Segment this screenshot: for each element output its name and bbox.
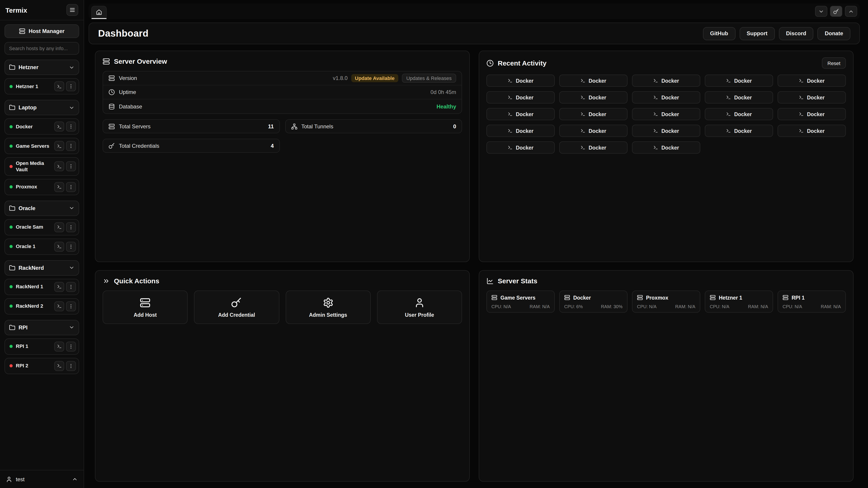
host-row[interactable]: Proxmox — [4, 179, 79, 195]
host-actions — [54, 122, 76, 131]
folder-icon — [9, 265, 16, 271]
recent-activity-item[interactable]: Docker — [778, 125, 846, 137]
stat-server-name: Game Servers — [500, 295, 535, 300]
host-terminal-button[interactable] — [54, 182, 64, 192]
host-row[interactable]: Hetzner 1 — [4, 78, 79, 94]
folder-collapse-button[interactable] — [66, 203, 76, 213]
recent-activity-item[interactable]: Docker — [632, 141, 700, 154]
folder-collapse-button[interactable] — [66, 62, 76, 72]
add-credential-label: Add Credential — [218, 312, 255, 318]
host-actions — [54, 241, 76, 252]
host-terminal-button[interactable] — [54, 301, 64, 311]
recent-activity-item[interactable]: Docker — [778, 108, 846, 120]
host-row[interactable]: RPI 1 — [4, 338, 79, 355]
donate-button[interactable]: Donate — [817, 27, 850, 40]
recent-activity-item[interactable]: Docker — [487, 108, 555, 120]
host-terminal-button[interactable] — [54, 122, 64, 131]
host-row[interactable]: Docker — [4, 119, 79, 135]
recent-activity-item[interactable]: Docker — [778, 91, 846, 103]
host-menu-button[interactable] — [66, 241, 76, 252]
recent-activity-item[interactable]: Docker — [559, 125, 627, 137]
tab-home[interactable] — [91, 6, 107, 19]
recent-activity-item[interactable]: Docker — [559, 74, 627, 87]
sidebar-menu-button[interactable] — [66, 4, 78, 16]
host-terminal-button[interactable] — [54, 282, 64, 292]
terminal-icon — [57, 344, 62, 349]
recent-activity-item[interactable]: Docker — [705, 125, 773, 137]
version-value-group: v1.8.0 Update Available Updates & Releas… — [333, 74, 456, 83]
host-actions — [54, 141, 76, 151]
host-menu-button[interactable] — [66, 162, 76, 171]
user-profile-button[interactable]: User Profile — [377, 291, 462, 324]
folder-collapse-button[interactable] — [66, 322, 76, 332]
recent-activity-item[interactable]: Docker — [705, 91, 773, 103]
folder-header[interactable]: RPI — [4, 320, 79, 335]
folder-collapse-button[interactable] — [66, 263, 76, 273]
host-menu-button[interactable] — [66, 361, 76, 371]
reset-button[interactable]: Reset — [822, 57, 846, 69]
host-row[interactable]: Game Servers — [4, 138, 79, 154]
recent-activity-item[interactable]: Docker — [559, 108, 627, 120]
add-host-button[interactable]: Add Host — [103, 291, 188, 324]
recent-activity-item[interactable]: Docker — [487, 91, 555, 103]
host-menu-button[interactable] — [66, 282, 76, 292]
folder-header[interactable]: Hetzner — [4, 60, 79, 75]
ssh-keys-button[interactable] — [830, 6, 842, 17]
page-title: Dashboard — [98, 28, 149, 39]
host-search-input[interactable] — [4, 42, 79, 55]
recent-activity-item[interactable]: Docker — [559, 141, 627, 154]
host-terminal-button[interactable] — [54, 81, 64, 91]
host-row[interactable]: Oracle Sam — [4, 219, 79, 235]
folder-collapse-button[interactable] — [66, 103, 76, 112]
host-actions — [54, 361, 76, 371]
host-terminal-button[interactable] — [54, 162, 64, 171]
folder-header[interactable]: Laptop — [4, 100, 79, 115]
host-terminal-button[interactable] — [54, 241, 64, 252]
recent-activity-item[interactable]: Docker — [487, 74, 555, 87]
host-menu-button[interactable] — [66, 141, 76, 151]
recent-activity-item[interactable]: Docker — [632, 125, 700, 137]
recent-activity-item[interactable]: Docker — [632, 74, 700, 87]
host-terminal-button[interactable] — [54, 361, 64, 371]
host-row[interactable]: Oracle 1 — [4, 238, 79, 255]
folder-header[interactable]: RackNerd — [4, 260, 79, 275]
recent-activity-item[interactable]: Docker — [705, 108, 773, 120]
folder-header[interactable]: Oracle — [4, 200, 79, 216]
admin-settings-button[interactable]: Admin Settings — [285, 291, 371, 324]
host-menu-button[interactable] — [66, 122, 76, 131]
recent-activity-item[interactable]: Docker — [487, 141, 555, 154]
add-credential-button[interactable]: Add Credential — [194, 291, 279, 324]
recent-activity-item[interactable]: Docker — [632, 91, 700, 103]
host-terminal-button[interactable] — [54, 141, 64, 151]
user-menu-row[interactable]: test — [0, 470, 84, 488]
discord-button[interactable]: Discord — [779, 27, 813, 40]
recent-activity-item-label: Docker — [734, 95, 752, 100]
terminal-icon — [508, 95, 513, 100]
recent-activity-item[interactable]: Docker — [705, 74, 773, 87]
recent-activity-item[interactable]: Docker — [487, 125, 555, 137]
host-menu-button[interactable] — [66, 301, 76, 311]
host-menu-button[interactable] — [66, 182, 76, 192]
support-button[interactable]: Support — [739, 27, 775, 40]
tabs-scroll-up-button[interactable] — [845, 6, 857, 17]
host-terminal-button[interactable] — [54, 341, 64, 351]
recent-activity-item[interactable]: Docker — [632, 108, 700, 120]
recent-activity-item[interactable]: Docker — [559, 91, 627, 103]
host-menu-button[interactable] — [66, 81, 76, 91]
host-manager-button[interactable]: Host Manager — [4, 24, 79, 38]
host-row[interactable]: Open Media Vault — [4, 157, 79, 175]
host-terminal-button[interactable] — [54, 222, 64, 232]
host-menu-button[interactable] — [66, 222, 76, 232]
stat-cpu: CPU: N/A — [782, 304, 802, 309]
github-button[interactable]: GitHub — [703, 27, 735, 40]
update-available-badge: Update Available — [351, 74, 398, 82]
host-menu-button[interactable] — [66, 341, 76, 351]
host-row[interactable]: RackNerd 2 — [4, 298, 79, 314]
tabs-scroll-down-button[interactable] — [815, 6, 827, 17]
recent-activity-item[interactable]: Docker — [778, 74, 846, 87]
recent-activity-list: Docker Docker Docker — [487, 74, 846, 154]
dashboard-grid: Server Overview Version v1.8.0 Update Av… — [95, 51, 854, 482]
updates-releases-button[interactable]: Updates & Releases — [402, 74, 456, 83]
host-row[interactable]: RackNerd 1 — [4, 279, 79, 295]
host-row[interactable]: RPI 2 — [4, 358, 79, 374]
